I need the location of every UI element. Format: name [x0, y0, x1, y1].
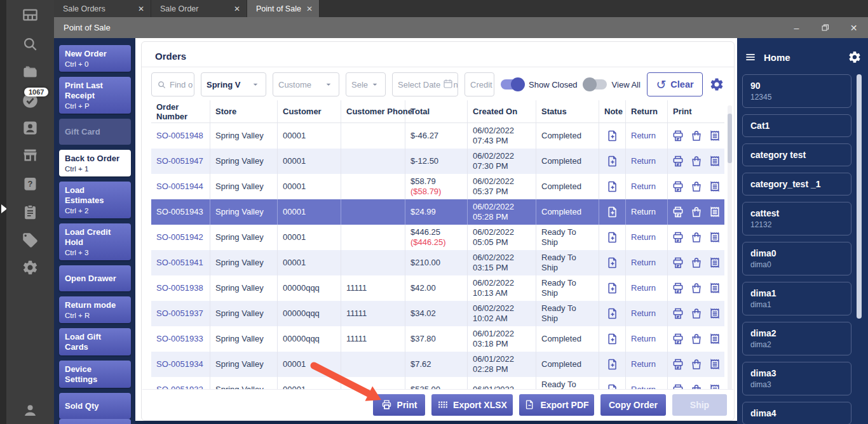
print-invoice-icon[interactable]: [709, 180, 721, 193]
nav-button[interactable]: Load Credit Hold Ctrl + 3: [59, 223, 131, 260]
store-select[interactable]: Spring V: [201, 72, 266, 96]
gift-receipt-icon[interactable]: [690, 307, 703, 320]
category-button[interactable]: dima4: [742, 402, 851, 424]
tab[interactable]: Point of Sale ✕: [247, 0, 320, 17]
print-invoice-icon[interactable]: [709, 282, 721, 295]
print-receipt-icon[interactable]: [672, 256, 684, 269]
add-note-icon[interactable]: [606, 307, 619, 320]
view-all-toggle[interactable]: [584, 79, 607, 89]
minimize-button[interactable]: –: [782, 17, 811, 38]
print-receipt-icon[interactable]: [672, 282, 684, 295]
category-button[interactable]: dima3 dima3: [742, 362, 851, 395]
order-number-link[interactable]: SO-0051941: [151, 250, 210, 275]
print-invoice-icon[interactable]: [709, 333, 721, 345]
mirror-button[interactable]: Mirror: [59, 419, 131, 424]
column-header[interactable]: Print: [668, 100, 724, 123]
category-button[interactable]: cattest 12132: [742, 202, 851, 235]
column-header[interactable]: Customer: [278, 100, 341, 123]
category-button[interactable]: category test: [742, 143, 851, 166]
add-note-icon[interactable]: [606, 358, 619, 371]
order-number-link[interactable]: SO-0051934: [151, 352, 210, 377]
tab-close-icon[interactable]: ✕: [306, 4, 313, 13]
return-link[interactable]: Return: [626, 225, 668, 250]
add-note-icon[interactable]: [606, 129, 619, 142]
table-row[interactable]: SO-0051943 Spring Valley 00001 $24.99 06…: [151, 199, 724, 225]
return-link[interactable]: Return: [626, 377, 668, 390]
print-receipt-icon[interactable]: [672, 206, 684, 218]
add-note-icon[interactable]: [606, 282, 619, 295]
order-number-link[interactable]: SO-0051938: [151, 275, 210, 301]
nav-button[interactable]: Sold Qty: [59, 393, 131, 419]
gift-receipt-icon[interactable]: [690, 333, 703, 345]
gift-receipt-icon[interactable]: [690, 358, 703, 371]
nav-button[interactable]: Gift Card: [59, 119, 131, 145]
column-header[interactable]: Created On: [468, 100, 536, 123]
print-receipt-icon[interactable]: [672, 358, 684, 371]
table-row[interactable]: SO-0051932 Spring Valley 00001 $535.00 0…: [151, 377, 724, 390]
export-xlsx-button[interactable]: Export XLSX: [431, 394, 513, 416]
print-receipt-icon[interactable]: [672, 333, 684, 345]
nav-button[interactable]: Return mode Ctrl + R: [59, 296, 131, 323]
print-receipt-icon[interactable]: [672, 129, 684, 142]
table-row[interactable]: SO-0051938 Spring Valley 00000qqq 11111 …: [151, 275, 724, 301]
user-icon[interactable]: [22, 402, 39, 419]
print-invoice-icon[interactable]: [709, 206, 721, 218]
gift-receipt-icon[interactable]: [690, 129, 703, 142]
return-link[interactable]: Return: [626, 250, 668, 275]
return-link[interactable]: Return: [626, 149, 668, 174]
tag-icon[interactable]: [22, 232, 39, 249]
category-button[interactable]: Cat1: [742, 114, 851, 137]
gift-receipt-icon[interactable]: [690, 282, 703, 295]
nav-button[interactable]: Device Settings: [59, 361, 131, 388]
tab[interactable]: Sale Order ✕: [151, 0, 247, 17]
close-button[interactable]: ✕: [839, 17, 868, 38]
order-number-link[interactable]: SO-0051944: [151, 174, 210, 199]
return-link[interactable]: Return: [626, 326, 668, 352]
print-receipt-icon[interactable]: [672, 307, 684, 320]
add-note-icon[interactable]: [606, 155, 619, 168]
table-row[interactable]: SO-0051944 Spring Valley 00001 $58.79($5…: [151, 174, 724, 199]
print-button[interactable]: Print: [373, 394, 425, 416]
add-note-icon[interactable]: [606, 180, 619, 193]
table-row[interactable]: SO-0051941 Spring Valley 00001 $210.00 0…: [151, 250, 724, 275]
print-invoice-icon[interactable]: [709, 231, 721, 244]
nav-button[interactable]: Load Estimates Ctrl + 2: [59, 182, 131, 218]
gift-receipt-icon[interactable]: [690, 206, 703, 218]
nav-button[interactable]: Load Gift Cards: [59, 328, 131, 355]
add-note-icon[interactable]: [606, 206, 619, 218]
column-header[interactable]: Return: [626, 100, 668, 123]
print-receipt-icon[interactable]: [672, 155, 684, 168]
copy-order-button[interactable]: Copy Order: [600, 394, 666, 416]
column-header[interactable]: Total: [405, 100, 468, 123]
date-range-input[interactable]: Select Date Ran: [392, 72, 458, 96]
help-clipboard-icon[interactable]: ?: [22, 175, 39, 192]
clear-filters-button[interactable]: ↺ Clear: [647, 72, 703, 96]
gift-receipt-icon[interactable]: [690, 155, 703, 168]
show-closed-toggle[interactable]: [501, 79, 524, 89]
return-link[interactable]: Return: [626, 123, 668, 149]
search-input[interactable]: Find o: [151, 72, 194, 96]
credit-filter-button[interactable]: Credit: [465, 72, 494, 96]
return-link[interactable]: Return: [626, 301, 668, 326]
nav-button[interactable]: New Order Ctrl + 0: [59, 45, 131, 72]
panel-scrollbar-thumb[interactable]: [857, 74, 862, 319]
category-button[interactable]: category_test _1: [742, 173, 851, 195]
add-note-icon[interactable]: [606, 256, 619, 269]
table-row[interactable]: SO-0051933 Spring Valley 00000qqq 11111 …: [151, 326, 724, 352]
table-row[interactable]: SO-0051947 Spring Valley 00001 $-12.50 0…: [151, 149, 724, 174]
column-header[interactable]: Note: [599, 100, 626, 123]
print-receipt-icon[interactable]: [672, 180, 684, 193]
category-button[interactable]: dima2 dima2: [742, 322, 851, 355]
status-select[interactable]: Sele: [346, 72, 386, 96]
gift-receipt-icon[interactable]: [690, 231, 703, 244]
column-header[interactable]: Order Number: [151, 100, 210, 123]
menu-hamburger-icon[interactable]: [745, 52, 756, 62]
column-header[interactable]: Store: [210, 100, 278, 123]
order-number-link[interactable]: SO-0051947: [151, 149, 210, 174]
print-invoice-icon[interactable]: [709, 307, 721, 320]
table-row[interactable]: SO-0051942 Spring Valley 00001 $446.25($…: [151, 225, 724, 250]
order-number-link[interactable]: SO-0051948: [151, 123, 210, 149]
tab-close-icon[interactable]: ✕: [138, 4, 144, 13]
dashboard-icon[interactable]: [22, 6, 39, 23]
return-link[interactable]: Return: [626, 174, 668, 199]
